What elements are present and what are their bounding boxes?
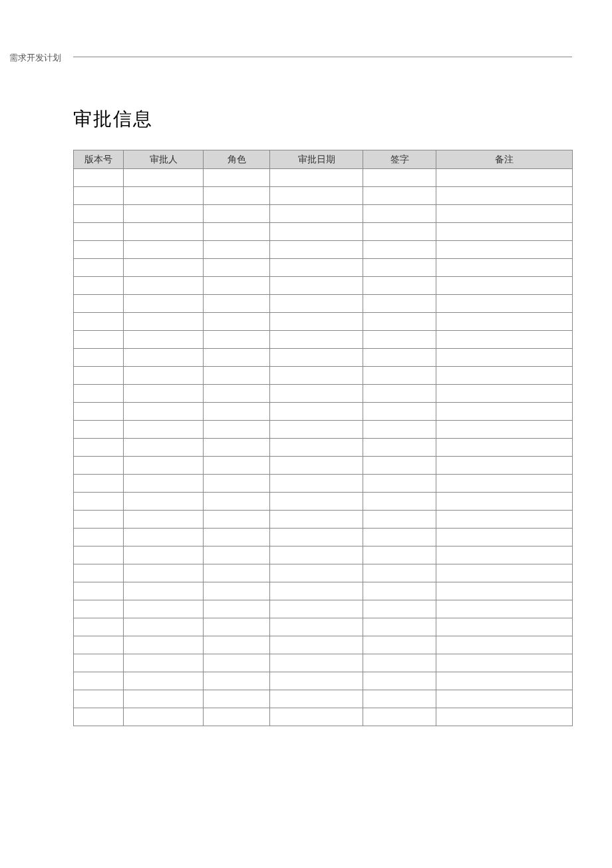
table-cell xyxy=(74,367,124,385)
table-cell xyxy=(74,439,124,457)
table-cell xyxy=(124,439,204,457)
table-cell xyxy=(204,475,270,493)
table-cell xyxy=(270,511,363,529)
table-cell xyxy=(270,169,363,187)
table-cell xyxy=(270,457,363,475)
table-row xyxy=(74,331,573,349)
table-cell xyxy=(74,259,124,277)
table-cell xyxy=(436,349,573,367)
col-header-version: 版本号 xyxy=(74,150,124,169)
table-cell xyxy=(270,439,363,457)
table-row xyxy=(74,259,573,277)
table-cell xyxy=(204,403,270,421)
table-cell xyxy=(436,493,573,511)
table-cell xyxy=(270,187,363,205)
table-row xyxy=(74,367,573,385)
table-cell xyxy=(74,582,124,600)
table-row xyxy=(74,600,573,618)
col-header-sign: 签字 xyxy=(363,150,436,169)
col-header-role: 角色 xyxy=(204,150,270,169)
table-cell xyxy=(124,457,204,475)
table-cell xyxy=(124,385,204,403)
table-cell xyxy=(436,439,573,457)
table-cell xyxy=(436,511,573,529)
table-row xyxy=(74,187,573,205)
table-cell xyxy=(204,277,270,295)
header-divider xyxy=(73,57,572,57)
table-cell xyxy=(270,349,363,367)
table-cell xyxy=(436,582,573,600)
table-cell xyxy=(204,582,270,600)
table-cell xyxy=(363,690,436,708)
table-cell xyxy=(363,277,436,295)
table-cell xyxy=(436,385,573,403)
table-cell xyxy=(363,493,436,511)
table-cell xyxy=(124,205,204,223)
table-cell xyxy=(74,564,124,582)
table-row xyxy=(74,241,573,259)
table-cell xyxy=(124,636,204,654)
table-cell xyxy=(363,654,436,672)
table-cell xyxy=(204,529,270,546)
table-cell xyxy=(363,511,436,529)
table-cell xyxy=(363,439,436,457)
table-cell xyxy=(363,618,436,636)
table-cell xyxy=(270,205,363,223)
table-cell xyxy=(270,546,363,564)
table-cell xyxy=(124,367,204,385)
table-cell xyxy=(74,690,124,708)
table-cell xyxy=(363,708,436,726)
table-cell xyxy=(204,493,270,511)
table-cell xyxy=(124,277,204,295)
table-cell xyxy=(436,529,573,546)
table-cell xyxy=(436,600,573,618)
table-cell xyxy=(74,349,124,367)
table-cell xyxy=(363,241,436,259)
table-cell xyxy=(270,277,363,295)
table-cell xyxy=(74,205,124,223)
table-cell xyxy=(270,529,363,546)
table-cell xyxy=(124,690,204,708)
table-cell xyxy=(270,241,363,259)
table-cell xyxy=(436,403,573,421)
table-cell xyxy=(270,564,363,582)
table-row xyxy=(74,564,573,582)
table-cell xyxy=(363,672,436,690)
table-cell xyxy=(124,529,204,546)
table-cell xyxy=(74,187,124,205)
table-cell xyxy=(363,313,436,331)
table-cell xyxy=(270,654,363,672)
table-cell xyxy=(363,223,436,241)
table-cell xyxy=(436,457,573,475)
table-row xyxy=(74,313,573,331)
table-cell xyxy=(204,546,270,564)
table-cell xyxy=(204,385,270,403)
table-row xyxy=(74,654,573,672)
table-cell xyxy=(436,331,573,349)
table-cell xyxy=(204,313,270,331)
table-cell xyxy=(74,241,124,259)
table-row xyxy=(74,546,573,564)
table-cell xyxy=(124,564,204,582)
table-cell xyxy=(363,385,436,403)
table-cell xyxy=(436,187,573,205)
table-cell xyxy=(74,277,124,295)
table-cell xyxy=(363,636,436,654)
table-cell xyxy=(363,421,436,439)
col-header-date: 审批日期 xyxy=(270,150,363,169)
table-cell xyxy=(124,654,204,672)
col-header-remark: 备注 xyxy=(436,150,573,169)
table-cell xyxy=(74,295,124,313)
table-cell xyxy=(436,295,573,313)
table-cell xyxy=(204,564,270,582)
table-cell xyxy=(363,529,436,546)
table-row xyxy=(74,205,573,223)
table-cell xyxy=(436,546,573,564)
table-cell xyxy=(74,457,124,475)
table-row xyxy=(74,277,573,295)
approval-table-wrapper: 版本号 审批人 角色 审批日期 签字 备注 xyxy=(73,150,572,726)
table-cell xyxy=(74,385,124,403)
table-cell xyxy=(436,421,573,439)
table-cell xyxy=(124,241,204,259)
table-cell xyxy=(204,457,270,475)
